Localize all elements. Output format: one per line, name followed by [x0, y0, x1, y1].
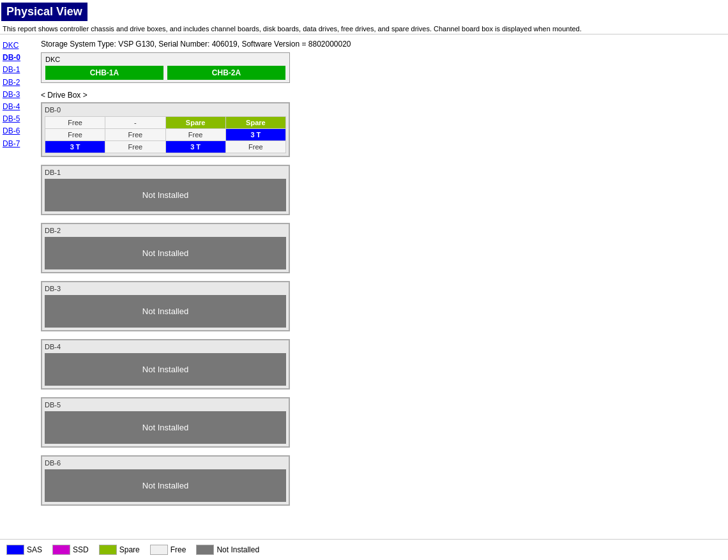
- chb-row: CHB-1A CHB-2A: [45, 66, 285, 80]
- not-installed-text: Not Installed: [45, 237, 286, 269]
- db-box-db3: DB-3Not Installed: [41, 281, 290, 331]
- sidebar-item-db-2[interactable]: DB-2: [3, 77, 36, 89]
- sidebar-item-db-3[interactable]: DB-3: [3, 89, 36, 101]
- db0-cell: Free: [105, 141, 165, 153]
- sidebar-item-db-4[interactable]: DB-4: [3, 101, 36, 113]
- dkc-label: DKC: [45, 56, 285, 63]
- db0-cell: Free: [45, 129, 105, 140]
- storage-info: Storage System Type: VSP G130, Serial Nu…: [41, 40, 725, 49]
- not-installed-section: DB-1Not InstalledDB-2Not InstalledDB-3No…: [41, 165, 725, 506]
- db-box-db1: DB-1Not Installed: [41, 165, 290, 215]
- db-label: DB-2: [45, 227, 286, 234]
- db-label: DB-6: [45, 459, 286, 467]
- chb2-button[interactable]: CHB-2A: [167, 66, 285, 80]
- db-label: DB-1: [45, 169, 286, 176]
- db0-cell: Spare: [226, 117, 285, 128]
- db-label: DB-3: [45, 285, 286, 292]
- not-installed-text: Not Installed: [45, 353, 286, 386]
- db0-container: DB-0 Free-SpareSpareFreeFreeFree3 T3 TFr…: [41, 102, 290, 157]
- sidebar-item-db-0[interactable]: DB-0: [3, 52, 36, 64]
- sidebar-item-db-5[interactable]: DB-5: [3, 113, 36, 125]
- db0-cell: 3 T: [226, 129, 285, 140]
- page-title: Physical View: [1, 3, 87, 21]
- db-label: DB-5: [45, 401, 286, 409]
- description: This report shows controller chassis and…: [0, 24, 728, 34]
- db0-cell: Spare: [166, 117, 225, 128]
- not-installed-text: Not Installed: [45, 295, 286, 328]
- sidebar-item-dkc[interactable]: DKC: [3, 40, 36, 52]
- sidebar-item-db-7[interactable]: DB-7: [3, 138, 36, 150]
- db0-grid: Free-SpareSpareFreeFreeFree3 T3 TFree3 T…: [45, 116, 286, 153]
- sidebar-item-db-1[interactable]: DB-1: [3, 64, 36, 76]
- not-installed-text: Not Installed: [45, 179, 286, 211]
- db0-cell: Free: [166, 129, 225, 140]
- dkc-box: DKC CHB-1A CHB-2A: [41, 52, 290, 83]
- db0-cell: 3 T: [45, 141, 105, 153]
- db-box-db4: DB-4Not Installed: [41, 339, 290, 390]
- db0-cell: -: [105, 117, 165, 128]
- not-installed-text: Not Installed: [45, 469, 286, 502]
- db-label: DB-4: [45, 343, 286, 351]
- content-area: Storage System Type: VSP G130, Serial Nu…: [41, 40, 725, 513]
- sidebar-item-db-6[interactable]: DB-6: [3, 125, 36, 137]
- db0-label: DB-0: [45, 106, 286, 114]
- sidebar: DKCDB-0DB-1DB-2DB-3DB-4DB-5DB-6DB-7: [3, 40, 41, 150]
- chb1-button[interactable]: CHB-1A: [45, 66, 163, 80]
- db0-cell: Free: [226, 141, 285, 153]
- db-box-db6: DB-6Not Installed: [41, 455, 290, 506]
- db-box-db2: DB-2Not Installed: [41, 223, 290, 273]
- db0-cell: 3 T: [166, 141, 225, 153]
- db0-cell: Free: [105, 129, 165, 140]
- not-installed-text: Not Installed: [45, 411, 286, 444]
- db-box-db5: DB-5Not Installed: [41, 397, 290, 448]
- db0-cell: Free: [45, 117, 105, 128]
- drive-box-header: < Drive Box >: [41, 91, 725, 100]
